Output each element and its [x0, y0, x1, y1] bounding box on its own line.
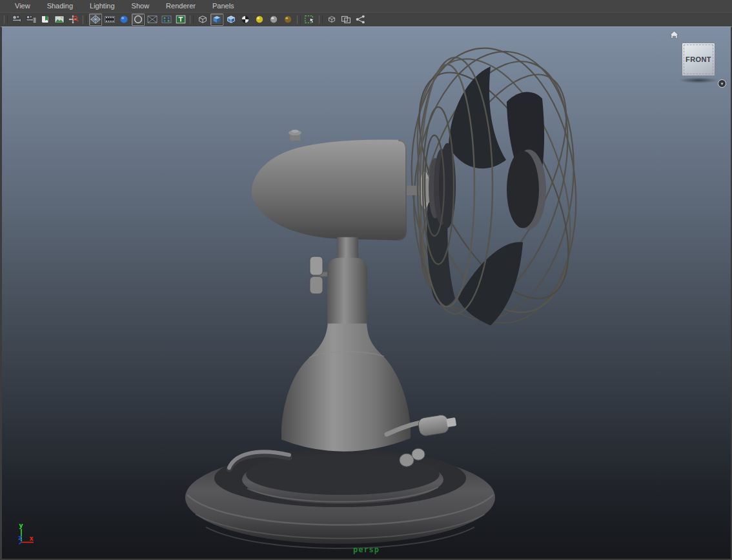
- isolate-select-button[interactable]: [303, 14, 316, 26]
- smooth-shade-all-icon: [211, 14, 223, 25]
- viewcube-home-icon[interactable]: [669, 30, 679, 39]
- lighting-button[interactable]: [267, 14, 280, 26]
- resolution-gate-icon: [118, 14, 130, 25]
- axis-z-label: z: [18, 534, 23, 542]
- xray-active-components-button[interactable]: [340, 14, 352, 26]
- gate-mask-icon: [132, 14, 144, 25]
- fan-cage-center-disc[interactable]: [507, 150, 546, 230]
- maya-viewport-panel: ViewShadingLightingShowRendererPanels: [0, 0, 732, 560]
- shadows-icon: [282, 14, 294, 25]
- film-gate-icon: [104, 14, 116, 25]
- field-chart-button[interactable]: [146, 14, 159, 26]
- two-d-pan-zoom-icon: [68, 14, 79, 25]
- grid-button[interactable]: [89, 14, 102, 26]
- textured-icon: [239, 14, 251, 25]
- camera-name-label: persp: [353, 545, 380, 554]
- xray-button[interactable]: [325, 14, 338, 26]
- use-default-material-icon: [254, 14, 265, 25]
- grid-icon: [90, 14, 101, 25]
- camera-attributes-icon: [25, 14, 37, 25]
- isolate-select-icon: [304, 14, 316, 25]
- toolbar-separator: [190, 15, 194, 24]
- select-camera-button[interactable]: [10, 14, 23, 26]
- menu-view[interactable]: View: [6, 1, 39, 12]
- image-plane-button[interactable]: [53, 14, 66, 26]
- safe-action-button[interactable]: [160, 14, 173, 26]
- gate-mask-button[interactable]: [132, 14, 145, 26]
- resolution-gate-button[interactable]: [117, 14, 130, 26]
- toolbar-separator: [297, 15, 301, 24]
- fan-motor[interactable]: [252, 140, 407, 241]
- textured-button[interactable]: [239, 14, 252, 26]
- field-chart-icon: [147, 14, 158, 25]
- camera-attributes-button[interactable]: [25, 14, 37, 26]
- toolbar-separator: [319, 15, 323, 24]
- menu-renderer[interactable]: Renderer: [158, 1, 204, 12]
- image-plane-icon: [54, 14, 65, 25]
- axis-x-label: x: [29, 534, 34, 543]
- fan-model-3d[interactable]: [2, 27, 731, 559]
- lighting-icon: [268, 14, 280, 25]
- panel-toolbar: [0, 12, 732, 26]
- plugin-shapes-icon: [354, 14, 366, 25]
- bookmarks-icon: [39, 14, 51, 25]
- viewcube-menu-button[interactable]: ▾: [718, 79, 726, 88]
- axis-gizmo: y z x: [2, 499, 60, 559]
- menu-shading[interactable]: Shading: [39, 1, 81, 12]
- film-gate-button[interactable]: [103, 14, 116, 26]
- use-default-material-button[interactable]: [253, 14, 266, 26]
- wireframe-on-shaded-icon: [225, 14, 237, 25]
- viewcube-front-face[interactable]: FRONT: [682, 43, 715, 76]
- xray-icon: [326, 14, 338, 25]
- safe-title-button[interactable]: [174, 14, 187, 26]
- menu-panels[interactable]: Panels: [204, 1, 243, 12]
- safe-action-icon: [161, 14, 172, 25]
- menu-show[interactable]: Show: [123, 1, 158, 12]
- smooth-shade-all-button[interactable]: [210, 14, 223, 26]
- menu-lighting[interactable]: Lighting: [81, 1, 123, 12]
- fan-clutch-knob[interactable]: [310, 257, 327, 294]
- two-d-pan-zoom-button[interactable]: [67, 14, 80, 26]
- axis-y-label: y: [19, 521, 23, 530]
- viewcube-shadow: [679, 77, 718, 83]
- toolbar-drag-handle: [4, 15, 8, 24]
- select-camera-icon: [11, 14, 23, 25]
- fan-motor-knob[interactable]: [289, 130, 301, 141]
- safe-title-icon: [175, 14, 187, 25]
- fan-neck[interactable]: [327, 237, 367, 324]
- bookmarks-button[interactable]: [39, 14, 52, 26]
- wireframe-icon: [197, 14, 208, 25]
- shadows-button[interactable]: [281, 14, 294, 26]
- wireframe-on-shaded-button[interactable]: [225, 14, 238, 26]
- viewport-3d[interactable]: FRONT ▾ y z x persp: [0, 26, 732, 560]
- plugin-shapes-button[interactable]: [354, 14, 367, 26]
- toolbar-separator: [83, 15, 86, 24]
- wireframe-button[interactable]: [196, 14, 209, 26]
- xray-active-components-icon: [340, 14, 352, 25]
- panel-menu-bar: ViewShadingLightingShowRendererPanels: [0, 0, 732, 12]
